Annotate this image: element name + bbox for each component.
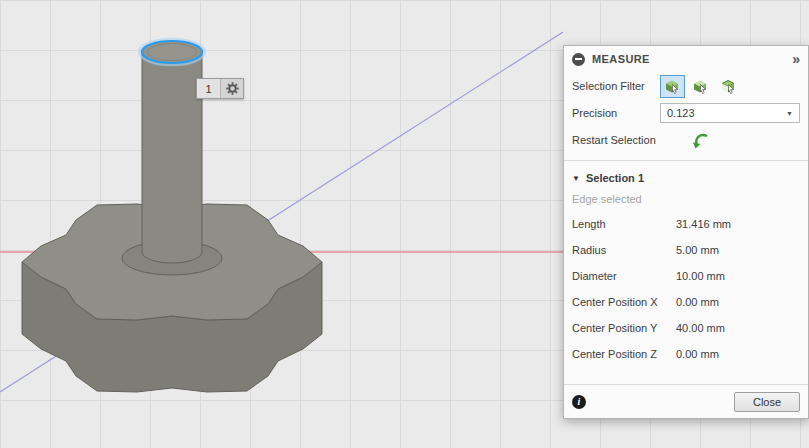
select-face-icon [692,78,709,95]
measurement-value: 0.00 mm [676,348,719,360]
measurement-row-center-y: Center Position Y 40.00 mm [564,315,808,341]
measurement-label: Length [572,218,676,230]
gear-button[interactable] [221,79,243,98]
precision-value: 0.123 [667,107,782,119]
selection-section-header[interactable]: ▼ Selection 1 [564,167,808,189]
measurement-label: Radius [572,244,676,256]
measurement-row-length: Length 31.416 mm [564,211,808,237]
measurement-label: Center Position X [572,296,676,308]
restart-arrow-icon [692,132,710,149]
measurement-label: Center Position Y [572,322,676,334]
measurement-value: 31.416 mm [676,218,731,230]
selection-filter-label: Selection Filter [572,80,660,92]
panel-title: MEASURE [592,53,650,65]
cylinder-side[interactable] [142,52,202,263]
restart-selection-row: Restart Selection [564,126,808,154]
selection-filter-buttons [660,75,741,98]
precision-label: Precision [572,107,660,119]
measurement-row-center-z: Center Position Z 0.00 mm [564,341,808,367]
panel-footer: i Close [564,384,808,418]
panel-header: MEASURE » [564,46,808,72]
precision-row: Precision 0.123 ▼ [564,100,808,126]
measure-panel: MEASURE » Selection Filter [563,45,809,419]
filter-select-edge-button[interactable] [716,75,741,98]
selection-count: 1 [197,79,221,98]
chevron-down-icon: ▼ [786,110,793,117]
select-solid-icon [664,78,681,95]
measurement-value: 0.00 mm [676,296,719,308]
selection-type-note: Edge selected [564,189,808,211]
measurement-value: 10.00 mm [676,270,725,282]
measurement-row-center-x: Center Position X 0.00 mm [564,289,808,315]
expand-panel-icon[interactable]: » [792,52,800,66]
measurement-value: 40.00 mm [676,322,725,334]
restart-selection-label: Restart Selection [572,134,660,146]
filter-select-solid-button[interactable] [660,75,685,98]
triangle-down-icon: ▼ [572,174,580,183]
selection-filter-row: Selection Filter [564,72,808,100]
info-icon[interactable]: i [572,395,586,409]
measurement-row-diameter: Diameter 10.00 mm [564,263,808,289]
precision-dropdown[interactable]: 0.123 ▼ [660,103,800,123]
selection-section-title: Selection 1 [586,172,644,184]
restart-selection-button[interactable] [692,132,710,149]
model-3d[interactable] [22,39,322,392]
measurement-label: Diameter [572,270,676,282]
measurement-label: Center Position Z [572,348,676,360]
selection-badge: 1 [196,78,244,99]
close-button[interactable]: Close [734,392,800,412]
measurement-value: 5.00 mm [676,244,719,256]
measurement-row-radius: Radius 5.00 mm [564,237,808,263]
panel-divider [564,160,808,161]
filter-select-face-button[interactable] [688,75,713,98]
collapse-panel-icon[interactable] [572,53,585,66]
gear-icon [226,82,239,95]
select-edge-icon [720,78,737,95]
